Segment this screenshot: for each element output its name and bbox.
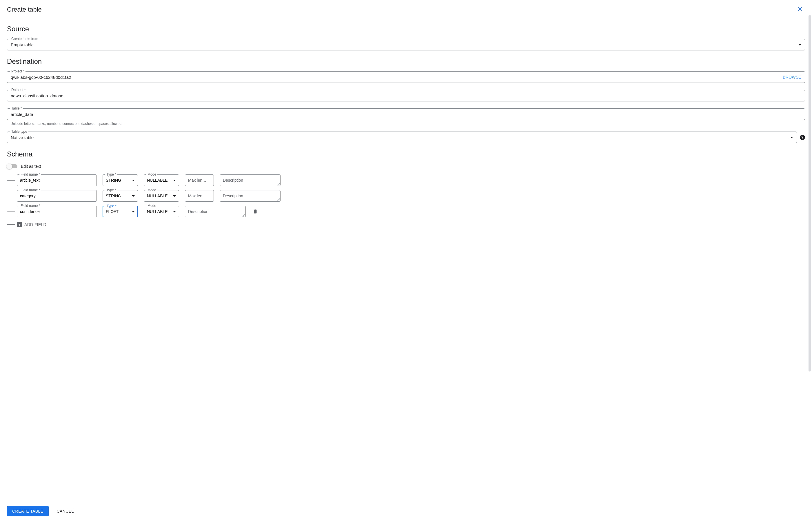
chevron-down-icon [132,180,135,181]
table-type-label: Table type [10,130,28,134]
delete-field-button[interactable] [251,207,259,216]
field-type-label: Type * [106,204,118,208]
field-description-input-wrap[interactable] [220,190,280,202]
field-type-select[interactable]: Type * [103,190,138,202]
cancel-button[interactable]: CANCEL [57,509,74,514]
field-description-input-wrap[interactable] [185,206,246,217]
create-table-from-value[interactable] [11,39,796,50]
chevron-down-icon [173,195,176,197]
field-mode-value[interactable] [147,178,171,183]
field-maxlen-input[interactable] [188,178,211,183]
project-field[interactable]: Project * BROWSE [7,71,805,83]
table-input[interactable] [11,109,801,120]
dataset-input[interactable] [11,90,801,101]
field-maxlen-input[interactable] [188,194,211,198]
field-name-label: Field name * [19,188,41,192]
edit-as-text-toggle[interactable] [7,164,17,168]
table-type-select[interactable]: Table type [7,132,797,143]
field-maxlen-input-wrap[interactable] [185,190,214,202]
field-type-select[interactable]: Type * [103,175,138,186]
chevron-down-icon [798,44,801,45]
field-mode-value[interactable] [147,194,171,198]
dialog-title: Create table [7,6,42,13]
field-type-select[interactable]: Type * [103,206,138,217]
table-field[interactable]: Table * [7,108,805,120]
close-icon [797,6,803,12]
schema-field-row: Field name *Type *Mode [17,206,805,217]
field-type-label: Type * [105,173,117,177]
dialog-body: Source Create table from Destination Pro… [0,19,812,501]
field-description-input-wrap[interactable] [220,175,280,186]
project-label: Project * [10,69,25,73]
source-section-title: Source [7,25,805,33]
create-table-from-label: Create table from [10,37,39,41]
field-name-input[interactable] [20,178,94,183]
dataset-field[interactable]: Dataset * [7,90,805,101]
field-type-value[interactable] [106,194,130,198]
field-description-input[interactable] [188,209,243,214]
table-hint: Unicode letters, marks, numbers, connect… [10,122,122,126]
scrollbar[interactable] [809,15,811,510]
schema-fields-tree: Field name *Type *ModeField name *Type *… [7,175,805,227]
create-table-from-select[interactable]: Create table from [7,39,805,50]
field-mode-label: Mode [146,188,157,192]
edit-as-text-toggle-row: Edit as text [7,164,805,168]
field-mode-value[interactable] [147,209,171,214]
table-type-value[interactable] [11,132,788,143]
field-mode-label: Mode [146,173,157,177]
field-name-input-wrap[interactable]: Field name * [17,190,97,202]
create-table-button[interactable]: CREATE TABLE [7,506,49,516]
dataset-label: Dataset * [10,88,27,92]
schema-field-row: Field name *Type *Mode [17,190,805,202]
chevron-down-icon [173,211,176,212]
dialog-footer: CREATE TABLE CANCEL [0,501,812,521]
trash-icon [253,209,258,214]
schema-section-title: Schema [7,150,805,158]
resize-handle-icon [277,198,280,201]
browse-button[interactable]: BROWSE [783,75,801,80]
field-maxlen-input-wrap[interactable] [185,175,214,186]
dialog-header: Create table [0,0,812,19]
table-label: Table * [10,106,23,110]
chevron-down-icon [790,137,793,138]
help-icon[interactable]: ? [800,135,805,140]
field-name-input-wrap[interactable]: Field name * [17,206,97,217]
resize-handle-icon [277,183,280,185]
create-table-dialog: Create table Source Create table from De… [0,0,812,521]
field-mode-select[interactable]: Mode [144,190,179,202]
destination-section-title: Destination [7,58,805,66]
field-mode-select[interactable]: Mode [144,175,179,186]
toggle-knob [6,163,12,169]
field-name-label: Field name * [19,173,41,177]
chevron-down-icon [132,211,135,212]
field-mode-label: Mode [146,204,157,208]
field-name-label: Field name * [19,204,41,208]
close-button[interactable] [795,4,805,15]
resize-handle-icon [242,214,245,217]
add-field-label: ADD FIELD [24,222,46,227]
chevron-down-icon [132,195,135,197]
field-name-input[interactable] [20,194,94,198]
field-name-input[interactable] [20,209,94,214]
edit-as-text-label: Edit as text [21,164,41,168]
add-field-button[interactable]: + ADD FIELD [17,221,805,227]
scrollbar-thumb[interactable] [809,15,811,371]
field-type-value[interactable] [106,178,130,183]
chevron-down-icon [173,180,176,181]
field-mode-select[interactable]: Mode [144,206,179,217]
project-input[interactable] [11,72,783,83]
plus-icon: + [17,222,22,227]
field-type-label: Type * [105,188,117,192]
schema-field-row: Field name *Type *Mode [17,175,805,186]
field-description-input[interactable] [223,194,277,198]
field-description-input[interactable] [223,178,277,183]
field-type-value[interactable] [106,209,130,214]
field-name-input-wrap[interactable]: Field name * [17,175,97,186]
